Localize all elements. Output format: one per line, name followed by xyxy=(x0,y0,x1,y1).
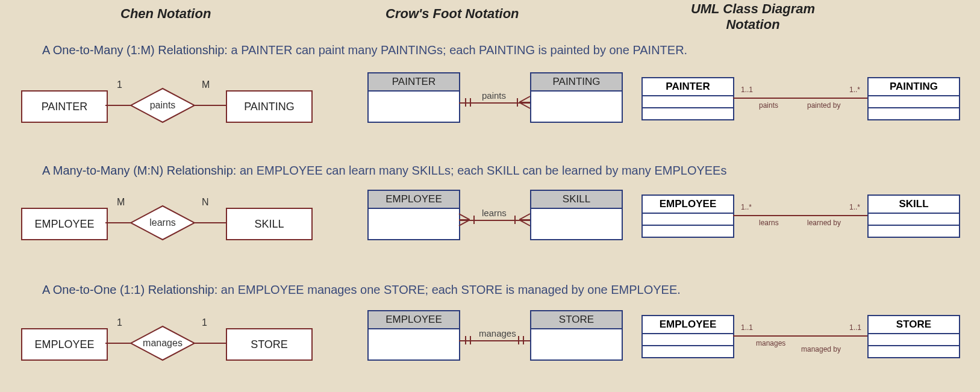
cf-rel-label: paints xyxy=(482,90,506,101)
chen-entity-right: SKILL xyxy=(226,208,313,240)
cf-entity-header: EMPLOYEE xyxy=(369,191,459,209)
uml-class-right: STORE xyxy=(867,315,960,358)
uml-association xyxy=(733,215,867,216)
uml-association xyxy=(733,98,867,99)
uml-mult-right: 1..* xyxy=(849,203,860,211)
cf-tick-icon xyxy=(517,98,518,107)
uml-class-name: SKILL xyxy=(869,196,959,214)
uml-mult-left: 1..* xyxy=(741,203,752,211)
chen-connector xyxy=(193,343,226,344)
uml-mult-right: 1..* xyxy=(849,86,860,94)
chen-card-right: M xyxy=(202,79,210,90)
caption-row1: A One-to-Many (1:M) Relationship: a PAIN… xyxy=(42,43,687,57)
uml-mult-right: 1..1 xyxy=(849,323,861,332)
uml-class-name: EMPLOYEE xyxy=(643,316,733,334)
chen-entity-left: PAINTER xyxy=(21,90,108,123)
cf-tick-icon xyxy=(518,336,519,344)
cf-entity-header: SKILL xyxy=(531,191,622,209)
uml-class-name: PAINTING xyxy=(869,78,959,96)
cf-tick-icon xyxy=(470,336,471,344)
uml-role-left: paints xyxy=(759,101,778,110)
chen-connector xyxy=(193,105,226,106)
caption-lead: A One-to-Many (1:M) Relationship: xyxy=(42,43,228,57)
caption-lead: A Many-to-Many (M:N) Relationship: xyxy=(42,164,236,177)
uml-class-left: PAINTER xyxy=(641,77,734,120)
caption-rest: a PAINTER can paint many PAINTINGs; each… xyxy=(228,43,687,57)
chen-relationship: manages xyxy=(130,325,196,361)
uml-class-name: EMPLOYEE xyxy=(643,196,733,214)
cf-tick-icon xyxy=(465,336,466,344)
uml-role-left: manages xyxy=(756,339,785,347)
uml-role-left: learns xyxy=(759,219,779,227)
cf-entity-header: EMPLOYEE xyxy=(369,311,459,329)
chen-card-left: M xyxy=(117,197,125,208)
caption-rest: an EMPLOYEE manages one STORE; each STOR… xyxy=(217,283,681,296)
chen-rel-label: manages xyxy=(130,325,196,361)
uml-class-left: EMPLOYEE xyxy=(641,315,734,358)
cf-tick-icon xyxy=(514,216,516,224)
chen-entity-left: EMPLOYEE xyxy=(21,328,108,361)
cf-tick-icon xyxy=(473,216,475,224)
cf-entity-header: PAINTER xyxy=(369,73,459,92)
uml-mult-left: 1..1 xyxy=(741,323,753,332)
cf-entity-right: STORE xyxy=(530,310,623,361)
uml-class-name: PAINTER xyxy=(643,78,733,96)
header-chen: Chen Notation xyxy=(120,6,211,22)
uml-role-right: learned by xyxy=(807,219,841,227)
cf-entity-right: SKILL xyxy=(530,190,623,240)
chen-rel-label: learns xyxy=(130,205,196,241)
header-crows: Crow's Foot Notation xyxy=(385,6,519,22)
chen-entity-right: STORE xyxy=(226,328,313,361)
cf-tick-icon xyxy=(523,336,524,344)
uml-role-right: painted by xyxy=(807,101,840,110)
uml-class-right: SKILL xyxy=(867,194,960,238)
chen-entity-left: EMPLOYEE xyxy=(21,208,108,240)
caption-row2: A Many-to-Many (M:N) Relationship: an EM… xyxy=(42,164,726,178)
cf-rel-label: manages xyxy=(479,328,516,338)
caption-row3: A One-to-One (1:1) Relationship: an EMPL… xyxy=(42,283,681,297)
chen-card-right: N xyxy=(202,197,209,208)
uml-role-right: managed by xyxy=(801,345,841,353)
cf-entity-header: PAINTING xyxy=(531,73,622,92)
cf-tick-icon xyxy=(470,98,471,107)
chen-relationship: paints xyxy=(130,87,196,123)
header-uml: UML Class Diagram Notation xyxy=(675,1,831,33)
cf-crowfoot-icon xyxy=(519,213,531,227)
uml-mult-left: 1..1 xyxy=(741,86,753,94)
caption-rest: an EMPLOYEE can learn many SKILLs; each … xyxy=(236,164,726,177)
cf-entity-header: STORE xyxy=(531,311,622,329)
cf-entity-right: PAINTING xyxy=(530,72,623,123)
chen-card-left: 1 xyxy=(117,317,122,328)
chen-card-left: 1 xyxy=(117,79,122,90)
cf-entity-left: PAINTER xyxy=(367,72,460,123)
cf-tick-icon xyxy=(465,98,466,107)
cf-entity-left: EMPLOYEE xyxy=(367,190,460,240)
cf-crowfoot-icon xyxy=(519,95,531,110)
uml-class-left: EMPLOYEE xyxy=(641,194,734,238)
uml-association xyxy=(733,335,867,337)
chen-relationship: learns xyxy=(130,205,196,241)
cf-rel-label: learns xyxy=(482,208,507,218)
caption-lead: A One-to-One (1:1) Relationship: xyxy=(42,283,217,296)
uml-class-right: PAINTING xyxy=(867,77,960,120)
chen-entity-right: PAINTING xyxy=(226,90,313,123)
cf-entity-left: EMPLOYEE xyxy=(367,310,460,361)
chen-card-right: 1 xyxy=(202,317,207,328)
chen-rel-label: paints xyxy=(130,87,196,123)
cf-crowfoot-icon xyxy=(458,213,470,227)
chen-connector xyxy=(193,222,226,223)
uml-class-name: STORE xyxy=(869,316,959,334)
